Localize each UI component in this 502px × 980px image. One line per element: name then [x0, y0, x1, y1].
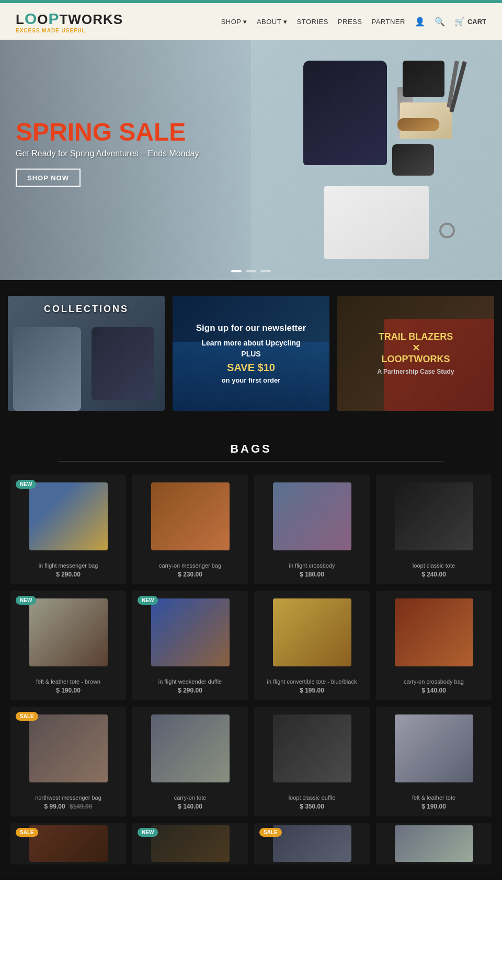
- product-info: Carry-On Messenger Bag $ 230.00: [132, 558, 248, 584]
- sale-price: $ 99.00: [44, 803, 65, 810]
- product-info: Northwest Messenger Bag $ 99.00 $149.00: [10, 790, 126, 816]
- bag-image: [29, 825, 108, 862]
- product-info: Carry-On Tote $ 140.00: [132, 790, 248, 816]
- product-card[interactable]: Carry-On Tote $ 140.00: [132, 707, 248, 816]
- logo[interactable]: LOOPTWORKS EXCESS MADE USEFUL: [16, 10, 123, 33]
- bag-image: [29, 598, 108, 666]
- product-card[interactable]: NEW: [132, 823, 248, 864]
- search-icon[interactable]: 🔍: [435, 17, 445, 27]
- product-name: In Flight Weekender Duffle: [138, 678, 243, 685]
- product-price: $ 195.00: [259, 687, 364, 694]
- original-price: $149.00: [70, 803, 92, 810]
- nav-stories[interactable]: STORIES: [297, 18, 328, 26]
- product-grid-row4: SALE NEW SALE: [10, 823, 492, 864]
- product-card[interactable]: In Flight Convertible Tote - Blue/Black …: [254, 591, 370, 700]
- cart-label: CART: [467, 18, 486, 26]
- product-price: $ 190.00: [16, 687, 121, 694]
- shop-now-button[interactable]: SHOP NOW: [16, 169, 81, 187]
- newsletter-content: Sign up for our newsletter Learn more ab…: [173, 316, 329, 390]
- dot-3[interactable]: [260, 270, 271, 272]
- bag-image: [29, 482, 108, 550]
- product-image: [254, 475, 370, 558]
- product-card[interactable]: NEW Felt & Leather Tote - Brown $ 190.00: [10, 591, 126, 700]
- product-card[interactable]: Carry-On Messenger Bag $ 230.00: [132, 475, 248, 584]
- bags-section: BAGS NEW In Flight Messenger Bag $ 290.0…: [0, 426, 502, 880]
- main-nav: SHOP ▾ ABOUT ▾ STORIES PRESS PARTNER 👤 🔍…: [221, 17, 486, 27]
- product-price: $ 240.00: [381, 571, 486, 578]
- product-card[interactable]: [376, 823, 492, 864]
- newsletter-plus: PLUS: [178, 349, 324, 360]
- product-card[interactable]: Felt & Leather Tote $ 190.00: [376, 707, 492, 816]
- product-image: [254, 707, 370, 790]
- newsletter-card[interactable]: Sign up for our newsletter Learn more ab…: [173, 296, 329, 411]
- product-name: In Flight Crossbody: [259, 562, 364, 569]
- nav-about[interactable]: ABOUT ▾: [257, 18, 288, 26]
- product-card[interactable]: In Flight Crossbody $ 180.00: [254, 475, 370, 584]
- product-name: Loopt Classic Duffle: [259, 794, 364, 801]
- product-name: Northwest Messenger Bag: [16, 794, 121, 801]
- dot-1[interactable]: [231, 270, 242, 272]
- badge-new: NEW: [16, 596, 36, 605]
- product-card[interactable]: Loopt Classic Duffle $ 350.00: [254, 707, 370, 816]
- bag-image: [273, 825, 351, 862]
- product-info: In Flight Messenger Bag $ 290.00: [10, 558, 126, 584]
- hero-dots: [231, 270, 271, 272]
- product-info: In Flight Weekender Duffle $ 290.00: [132, 674, 248, 700]
- account-icon[interactable]: 👤: [415, 17, 425, 27]
- cart-icon: 🛒: [454, 17, 465, 27]
- badge-sale: SALE: [16, 712, 38, 721]
- hero-title: SPRING SALE: [16, 120, 199, 145]
- product-card[interactable]: Loopt Classic Tote $ 240.00: [376, 475, 492, 584]
- product-card[interactable]: NEW In Flight Messenger Bag $ 290.00: [10, 475, 126, 584]
- bag-image: [395, 825, 473, 862]
- collections-card[interactable]: COLLECTIONS: [8, 296, 165, 411]
- product-name: Felt & Leather Tote: [381, 794, 486, 801]
- partner-line3: LOOPTWORKS: [343, 354, 489, 365]
- product-card[interactable]: SALE: [10, 823, 126, 864]
- product-price: $ 180.00: [259, 571, 364, 578]
- product-card[interactable]: SALE Northwest Messenger Bag $ 99.00 $14…: [10, 707, 126, 816]
- cart-button[interactable]: 🛒 CART: [454, 17, 486, 27]
- nav-press[interactable]: PRESS: [338, 18, 362, 26]
- dot-2[interactable]: [246, 270, 256, 272]
- badge-sale: SALE: [259, 828, 282, 837]
- badge-new: NEW: [16, 480, 36, 489]
- product-image: [254, 591, 370, 674]
- partner-line1: TRAIL BLAZERS: [343, 331, 489, 343]
- product-price: $ 290.00: [138, 687, 243, 694]
- product-card[interactable]: Carry-On Crossbody Bag $ 140.00: [376, 591, 492, 700]
- product-info: Felt & Leather Tote - Brown $ 190.00: [10, 674, 126, 700]
- bags-divider: [59, 461, 443, 462]
- product-info: In Flight Crossbody $ 180.00: [254, 558, 370, 584]
- product-price: $ 140.00: [138, 803, 243, 810]
- bag-image: [151, 714, 230, 782]
- product-image: [132, 707, 248, 790]
- partner-content: TRAIL BLAZERS ✕ LOOPTWORKS A Partnership…: [337, 326, 494, 381]
- bag-image: [151, 482, 230, 550]
- product-grid-row1: NEW In Flight Messenger Bag $ 290.00 Car…: [10, 475, 492, 584]
- newsletter-sub: on your first order: [178, 375, 324, 386]
- newsletter-save: SAVE $10: [178, 360, 324, 375]
- partner-sub: A Partnership Case Study: [343, 368, 489, 375]
- nav-partner[interactable]: PARTNER: [371, 18, 405, 26]
- header: LOOPTWORKS EXCESS MADE USEFUL SHOP ▾ ABO…: [0, 3, 502, 40]
- nav-shop[interactable]: SHOP ▾: [221, 18, 247, 26]
- product-image: [376, 707, 492, 790]
- badge-new: NEW: [138, 828, 158, 837]
- product-card[interactable]: SALE: [254, 823, 370, 864]
- product-info: Felt & Leather Tote $ 190.00: [376, 790, 492, 816]
- hero-content: SPRING SALE Get Ready for Spring Adventu…: [16, 120, 199, 187]
- partner-line2: ✕: [343, 343, 489, 354]
- product-image: [376, 475, 492, 558]
- product-info: Loopt Classic Tote $ 240.00: [376, 558, 492, 584]
- product-info: Loopt Classic Duffle $ 350.00: [254, 790, 370, 816]
- product-name: Carry-On Tote: [138, 794, 243, 801]
- bag-image: [273, 598, 351, 666]
- product-price: $ 140.00: [381, 687, 486, 694]
- product-grid-row2: NEW Felt & Leather Tote - Brown $ 190.00…: [10, 591, 492, 700]
- product-price: $ 190.00: [381, 803, 486, 810]
- bag-image: [395, 714, 473, 782]
- partner-card[interactable]: TRAIL BLAZERS ✕ LOOPTWORKS A Partnership…: [337, 296, 494, 411]
- newsletter-body: Learn more about Upcycling: [178, 338, 324, 349]
- product-card[interactable]: NEW In Flight Weekender Duffle $ 290.00: [132, 591, 248, 700]
